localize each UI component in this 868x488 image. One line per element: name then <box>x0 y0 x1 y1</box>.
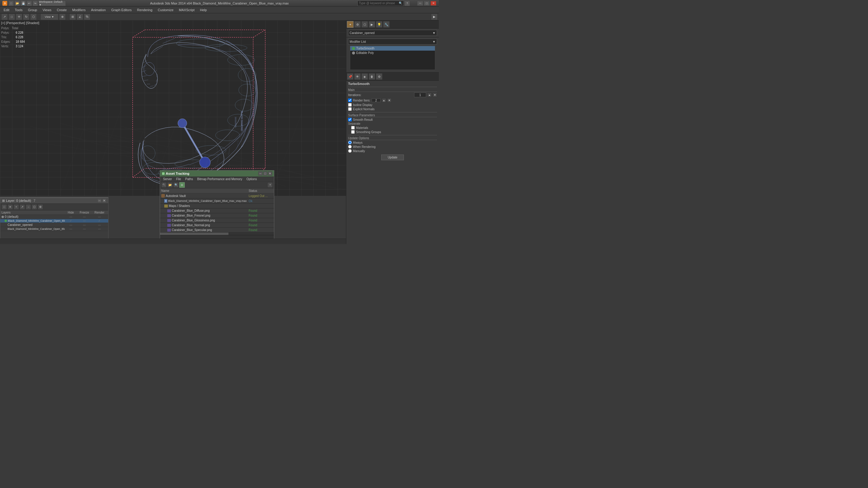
viewport[interactable]: BLACK DIAMOND ▶▶▶▶▶▶▶ <box>0 21 346 196</box>
workspace-dropdown[interactable]: Workspace: Default ▼ <box>38 1 66 6</box>
asset-row-specular[interactable]: Carabiner_Blue_Specular.png Found <box>160 228 274 233</box>
menu-rendering[interactable]: Rendering <box>135 7 155 13</box>
help-search-icon[interactable]: ? <box>404 1 410 6</box>
menu-maxscript[interactable]: MAXScript <box>177 7 197 13</box>
ts-smooth-result-check[interactable] <box>348 118 352 121</box>
save-icon[interactable]: 💾 <box>21 1 26 6</box>
menu-customize[interactable]: Customize <box>156 7 176 13</box>
show-result-btn[interactable]: 👁 <box>354 73 361 80</box>
asset-menu-server[interactable]: Server <box>161 177 174 181</box>
close-button[interactable]: ✕ <box>430 1 436 6</box>
asset-tb-btn1[interactable]: 🔌 <box>161 182 167 188</box>
layer-select-btn[interactable]: ↗ <box>20 204 25 210</box>
search-icon[interactable]: 🔍 <box>399 1 402 5</box>
layer-new-btn[interactable]: + <box>13 204 19 210</box>
asset-panel-close[interactable]: ✕ <box>268 171 272 175</box>
configure-sets-btn[interactable]: ⚙ <box>376 73 382 80</box>
ts-explicit-normals-check[interactable] <box>348 107 352 111</box>
display-tab[interactable]: 💡 <box>376 21 382 28</box>
object-name-dropdown[interactable]: Carabiner_opened ▼ <box>348 30 437 36</box>
snap-toggle-btn[interactable]: ⊞ <box>69 13 76 20</box>
ts-always-radio[interactable] <box>348 141 352 144</box>
menu-graph-editors[interactable]: Graph Editors <box>109 7 134 13</box>
ts-manually-radio[interactable] <box>348 149 352 153</box>
asset-tb-btn3[interactable]: 🔍 <box>173 182 179 188</box>
layer-row-black-diamond[interactable]: Black_Diamond_MiniWire_Carabiner_Open_Bl… <box>0 219 108 223</box>
ts-render-iters-input[interactable] <box>372 98 381 102</box>
move-btn[interactable]: ✛ <box>16 13 22 20</box>
asset-row-vault[interactable]: Autodesk Vault Logged Out ... <box>160 193 274 198</box>
menu-help[interactable]: Help <box>198 7 210 13</box>
select-object-btn[interactable]: ↗ <box>1 13 8 20</box>
menu-group[interactable]: Group <box>26 7 40 13</box>
search-input[interactable] <box>359 1 398 5</box>
maximize-button[interactable]: □ <box>424 1 430 6</box>
utilities-tab[interactable]: 🔧 <box>383 21 390 28</box>
ts-update-button[interactable]: Update <box>381 155 404 160</box>
ts-render-iters-check[interactable] <box>348 98 352 102</box>
ts-iterations-down[interactable]: ▼ <box>433 93 437 97</box>
asset-row-normal[interactable]: Carabiner_Blue_Normal.png Found <box>160 223 274 228</box>
minimize-button[interactable]: ─ <box>417 1 423 6</box>
layer-move-btn[interactable]: → <box>26 204 31 210</box>
layer-panel-minimize[interactable]: ─ <box>97 198 101 203</box>
pin-stack-btn[interactable]: 📌 <box>347 73 353 80</box>
motion-tab[interactable]: ▶ <box>369 21 375 28</box>
ts-render-down[interactable]: ▼ <box>387 98 392 102</box>
asset-tb-btn4[interactable]: ⊞ <box>179 182 185 188</box>
layer-delete-btn[interactable]: ✕ <box>7 204 13 210</box>
asset-row-fresnel[interactable]: Carabiner_Blue_Fresnel.png Found <box>160 213 274 218</box>
asset-row-maps-folder[interactable]: Maps / Shaders <box>160 204 274 208</box>
layer-highlight-btn[interactable]: ⬡ <box>32 204 37 210</box>
layer-row-black-diamond-2[interactable]: Black_Diamond_MiniWire_Carabiner_Open_Bl… <box>0 227 108 231</box>
redo-icon[interactable]: ↪ <box>33 1 38 6</box>
layer-row-carabiner-opened[interactable]: Carabiner_opened — — — <box>0 223 108 227</box>
asset-panel-minimize[interactable]: ─ <box>258 171 262 175</box>
remove-modifier-btn[interactable]: 🗑 <box>369 73 375 80</box>
ts-iterations-up[interactable]: ▲ <box>427 93 432 97</box>
asset-panel-maximize[interactable]: □ <box>263 171 267 175</box>
asset-menu-options[interactable]: Options <box>245 177 258 181</box>
reference-coord-btn[interactable]: View ▼ <box>40 13 59 20</box>
asset-tb-help[interactable]: ? <box>267 182 273 188</box>
asset-row-diffuse[interactable]: Carabiner_Blue_Diffuse.png Found <box>160 208 274 213</box>
menu-views[interactable]: Views <box>40 7 54 13</box>
layer-settings-btn[interactable]: ⚙ <box>38 204 43 210</box>
hierarchy-tab[interactable]: ⬡ <box>361 21 368 28</box>
make-unique-btn[interactable]: ◈ <box>361 73 368 80</box>
pivot-btn[interactable]: ⊕ <box>59 13 66 20</box>
menu-tools[interactable]: Tools <box>12 7 25 13</box>
menu-create[interactable]: Create <box>54 7 69 13</box>
asset-row-maxfile[interactable]: M Black_Diamond_MiniWire_Carabiner_Open_… <box>160 198 274 204</box>
ts-iterations-input[interactable] <box>414 93 426 97</box>
asset-scrollbar[interactable] <box>160 233 274 235</box>
asset-menu-paths[interactable]: Paths <box>184 177 195 181</box>
asset-menu-bitmap[interactable]: Bitmap Performance and Memory <box>195 177 244 181</box>
new-file-icon[interactable]: □ <box>8 1 14 6</box>
ts-materials-check[interactable] <box>351 126 355 130</box>
ts-isoline-check[interactable] <box>348 103 352 107</box>
asset-row-glossiness[interactable]: Carabiner_Blue_Glossiness.png Found <box>160 218 274 223</box>
angle-snap-btn[interactable]: ∠ <box>76 13 83 20</box>
layer-add-btn[interactable]: □ <box>1 204 7 210</box>
render-btn[interactable]: ▶ <box>431 13 438 20</box>
percent-snap-btn[interactable]: % <box>84 13 90 20</box>
select-region-btn[interactable]: □ <box>8 13 15 20</box>
modifier-item-turbosmooth[interactable]: TurboSmooth <box>350 46 435 51</box>
layer-row-default[interactable]: 0 (default) — — — <box>0 215 108 219</box>
open-file-icon[interactable]: 📂 <box>14 1 20 6</box>
scale-btn[interactable]: ⬡ <box>30 13 37 20</box>
ts-when-rendering-radio[interactable] <box>348 145 352 149</box>
modifier-item-editablepoly[interactable]: Editable Poly <box>350 51 435 55</box>
menu-edit[interactable]: Edit <box>1 7 12 13</box>
layer-panel-close[interactable]: ✕ <box>102 198 106 203</box>
rotate-btn[interactable]: ↻ <box>23 13 30 20</box>
search-bar[interactable]: 🔍 <box>358 1 404 6</box>
asset-menu-file[interactable]: File <box>174 177 183 181</box>
create-tab[interactable]: ✦ <box>347 21 353 28</box>
ts-smoothing-groups-check[interactable] <box>351 130 355 134</box>
menu-modifiers[interactable]: Modifiers <box>70 7 88 13</box>
menu-animation[interactable]: Animation <box>89 7 108 13</box>
modifier-list-dropdown[interactable]: Modifier List ▼ <box>348 38 437 44</box>
modify-tab[interactable]: ⚙ <box>354 21 361 28</box>
